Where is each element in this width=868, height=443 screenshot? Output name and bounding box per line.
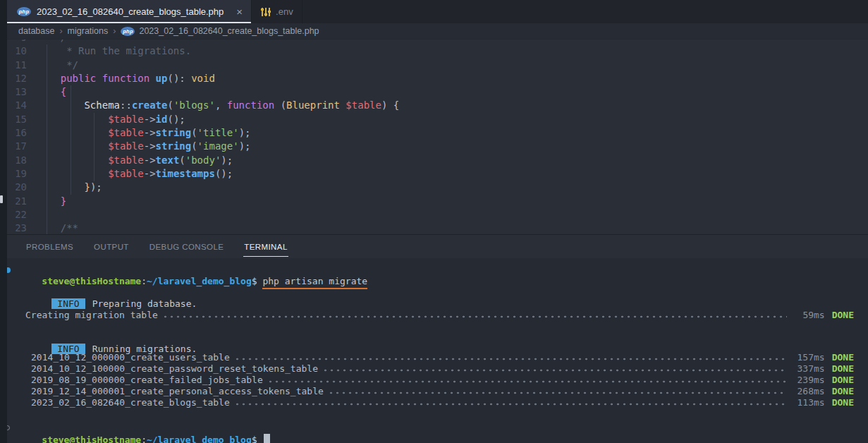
status-done: DONE: [832, 375, 854, 386]
migration-list: 2014_10_12_000000_create_users_table157m…: [31, 352, 854, 408]
code-line[interactable]: 12 public function up(): void: [0, 72, 868, 85]
code-line[interactable]: 22: [0, 208, 868, 222]
code-text: /**: [37, 222, 78, 235]
breadcrumb-file-label: 2023_02_16_082640_create_blogs_table.php: [139, 26, 319, 36]
migration-label: 2014_10_12_100000_create_password_reset_…: [31, 363, 318, 375]
left-edge-marker: [0, 195, 3, 203]
terminal-cursor[interactable]: [264, 434, 270, 443]
shell-prompt-line: steve@thisHostname:~/laravel_demo_blog$ …: [20, 265, 854, 276]
settings-sliders-icon: [262, 8, 270, 16]
leader-dots: [236, 352, 787, 363]
tab-label: 2023_02_16_082640_create_blogs_table.php: [37, 6, 224, 17]
leader-dots: [164, 310, 787, 321]
info-badge: INFO: [51, 298, 85, 309]
code-text: $table->id();: [37, 113, 185, 126]
close-icon[interactable]: ×: [236, 6, 243, 17]
code-line[interactable]: 13 {: [0, 85, 868, 99]
code-text: /**: [37, 39, 78, 44]
tab-env[interactable]: .env: [252, 0, 302, 23]
panel-tab-debug-console[interactable]: DEBUG CONSOLE: [149, 235, 225, 258]
left-edge-strip: [0, 0, 7, 443]
code-line[interactable]: 9 /**: [0, 39, 868, 44]
duration: 239ms: [793, 375, 825, 386]
migration-row: 2023_02_16_082640_create_blogs_table113m…: [31, 397, 854, 408]
breadcrumb-file[interactable]: php2023_02_16_082640_create_blogs_table.…: [121, 26, 319, 36]
migration-row: 2019_12_14_000001_create_personal_access…: [31, 386, 854, 397]
code-line[interactable]: 17 $table->string('image');: [0, 140, 868, 153]
status-done: DONE: [832, 386, 854, 397]
status-done: DONE: [832, 310, 854, 321]
code-area[interactable]: 9 /**10 * Run the migrations.11 */12 pub…: [0, 39, 868, 235]
terminal[interactable]: steve@thisHostname:~/laravel_demo_blog$ …: [0, 258, 868, 443]
code-line[interactable]: 15 $table->id();: [0, 113, 868, 126]
leader-dots: [269, 375, 787, 386]
migration-label: 2019_12_14_000001_create_personal_access…: [31, 386, 324, 397]
prompt-symbol: $: [252, 276, 257, 286]
panel-tab-label: PROBLEMS: [25, 236, 74, 257]
migration-row: Creating migration table 59ms DONE: [25, 310, 854, 321]
code-text: }: [37, 195, 66, 208]
editor-tab-bar: php2023_02_16_082640_create_blogs_table.…: [0, 0, 868, 23]
prompt-separator: :: [141, 435, 147, 443]
php-icon: php: [121, 27, 135, 36]
prompt-path: ~/laravel_demo_blog: [147, 276, 252, 286]
code-text: public function up(): void: [37, 72, 215, 85]
panel-tab-output[interactable]: OUTPUT: [93, 235, 130, 258]
duration: 337ms: [793, 363, 825, 375]
code-line[interactable]: 20 });: [0, 181, 868, 194]
code-editor[interactable]: 9 /**10 * Run the migrations.11 */12 pub…: [0, 39, 868, 235]
code-text: $table->timestamps();: [37, 167, 233, 181]
code-line[interactable]: 21 }: [0, 195, 868, 208]
migration-label: Creating migration table: [25, 310, 158, 321]
code-line[interactable]: 18 $table->text('body');: [0, 154, 868, 167]
code-text: {: [37, 85, 66, 99]
migration-row: 2019_08_19_000000_create_failed_jobs_tab…: [31, 375, 854, 386]
panel-tab-label: OUTPUT: [93, 236, 130, 257]
info-badge: INFO: [51, 344, 85, 354]
panel-tab-terminal[interactable]: TERMINAL: [243, 235, 288, 258]
duration: 157ms: [793, 352, 825, 363]
php-icon: php: [17, 7, 31, 16]
breadcrumb-item-migrations[interactable]: migrations: [68, 26, 109, 36]
output-line: INFORunning migrations.: [30, 332, 854, 344]
code-text: $table->string('title');: [37, 126, 250, 140]
duration: 113ms: [793, 397, 825, 408]
duration: 268ms: [793, 386, 825, 397]
code-line[interactable]: 14 Schema::create('blogs', function (Blu…: [0, 99, 868, 112]
prompt-user-host: steve@thisHostname: [42, 276, 141, 286]
breadcrumb-item-database[interactable]: database: [18, 26, 54, 36]
info-text: Running migrations.: [92, 344, 197, 354]
breadcrumb-separator: ›: [59, 26, 62, 36]
code-line[interactable]: 11 */: [0, 59, 868, 72]
panel-tab-bar: PROBLEMSOUTPUTDEBUG CONSOLETERMINAL: [0, 235, 868, 258]
panel-tab-problems[interactable]: PROBLEMS: [25, 235, 74, 258]
code-text: });: [37, 181, 102, 194]
output-line: INFOPreparing database.: [30, 287, 854, 298]
code-text: $table->text('body');: [37, 154, 233, 167]
prompt-path: ~/laravel_demo_blog: [147, 435, 252, 443]
breadcrumb: database›migrations›php2023_02_16_082640…: [0, 23, 868, 39]
status-done: DONE: [832, 397, 854, 408]
breadcrumb-separator: ›: [113, 26, 116, 36]
leader-dots: [236, 397, 787, 408]
panel-tab-label: TERMINAL: [243, 236, 288, 257]
code-text: * Run the migrations.: [37, 44, 191, 58]
migration-label: 2023_02_16_082640_create_blogs_table: [31, 397, 230, 408]
tab-label: .env: [276, 6, 293, 17]
tab-2023-02-16-082640-create-blogs-table-php[interactable]: php2023_02_16_082640_create_blogs_table.…: [7, 0, 252, 23]
code-line[interactable]: 10 * Run the migrations.: [0, 44, 868, 58]
info-text: Preparing database.: [92, 298, 197, 309]
code-text: $table->string('image');: [37, 140, 250, 153]
status-done: DONE: [832, 363, 854, 375]
prompt-separator: :: [141, 276, 147, 286]
panel-tab-label: DEBUG CONSOLE: [149, 236, 225, 257]
code-text: */: [37, 59, 78, 72]
migration-row: 2014_10_12_100000_create_password_reset_…: [31, 363, 854, 375]
code-line[interactable]: 19 $table->timestamps();: [0, 167, 868, 181]
duration: 59ms: [793, 310, 825, 321]
prompt-user-host: steve@thisHostname: [42, 435, 141, 443]
leader-dots: [329, 386, 787, 397]
code-line[interactable]: 16 $table->string('title');: [0, 126, 868, 140]
code-text: Schema::create('blogs', function (Bluepr…: [37, 99, 399, 112]
code-line[interactable]: 23 /**: [0, 222, 868, 235]
